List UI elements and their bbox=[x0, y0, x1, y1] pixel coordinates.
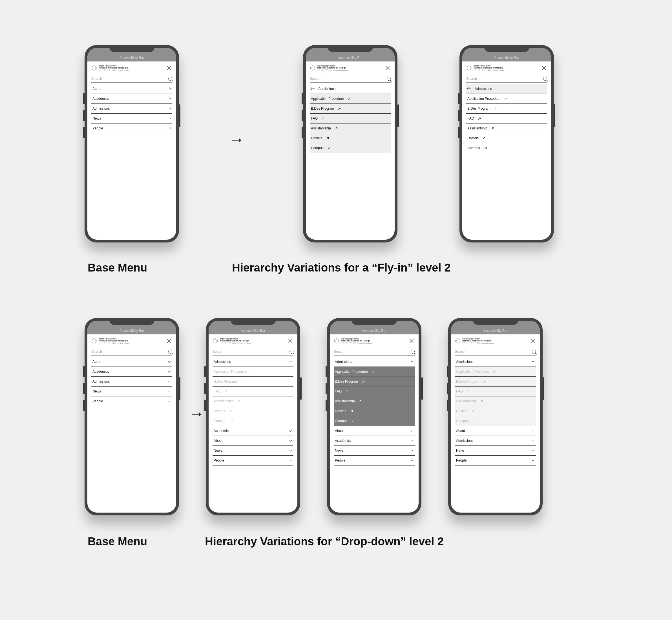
sub-item[interactable]: Hostels bbox=[213, 406, 293, 416]
sub-item[interactable]: Hostels bbox=[455, 406, 536, 416]
sub-item[interactable]: FAQ bbox=[213, 386, 293, 397]
sub-item[interactable]: FAQ bbox=[334, 386, 415, 397]
menu-item-people[interactable]: People bbox=[91, 397, 172, 406]
search-icon[interactable] bbox=[168, 77, 172, 81]
menu-item-people[interactable]: People bbox=[91, 123, 172, 134]
back-arrow-icon bbox=[467, 88, 472, 90]
menu-list: Admissions Application Procedure B.Des P… bbox=[334, 357, 415, 465]
menu-item-about[interactable]: About bbox=[91, 357, 172, 367]
menu-item-news[interactable]: News bbox=[91, 386, 172, 397]
search-input[interactable]: Search bbox=[455, 348, 536, 356]
menu-item[interactable]: About bbox=[455, 426, 536, 436]
sub-item[interactable]: FAQ bbox=[455, 386, 536, 397]
logo-text: राष्ट्रीय डिज़ाइन संस्थानNational Instit… bbox=[473, 65, 505, 71]
chevron-down-icon bbox=[168, 360, 171, 363]
search-input[interactable]: Search bbox=[466, 75, 547, 83]
sub-item[interactable]: Application Procedure bbox=[334, 367, 415, 377]
menu-item[interactable]: News bbox=[334, 446, 415, 456]
search-icon[interactable] bbox=[387, 77, 391, 81]
flow-arrow-icon: → bbox=[188, 404, 205, 423]
external-link-icon bbox=[478, 117, 481, 120]
sub-item[interactable]: Campus bbox=[466, 143, 547, 153]
logo: राष्ट्रीय डिज़ाइन संस्थान National Insti… bbox=[91, 65, 130, 71]
menu-list: Admissions Application Procedure B.Des P… bbox=[466, 84, 547, 153]
close-icon[interactable] bbox=[166, 338, 172, 344]
menu-item-expanded[interactable]: Admissions bbox=[455, 357, 536, 367]
sub-item[interactable]: B.Des Program bbox=[334, 377, 415, 386]
menu-item-academics[interactable]: Academics bbox=[91, 94, 172, 104]
search-icon[interactable] bbox=[543, 77, 547, 81]
search-input[interactable]: Search bbox=[310, 75, 391, 83]
sub-item[interactable]: Campus bbox=[455, 416, 536, 426]
close-icon[interactable] bbox=[529, 338, 536, 344]
search-icon[interactable] bbox=[168, 350, 172, 354]
chevron-down-icon bbox=[532, 429, 535, 432]
search-icon[interactable] bbox=[411, 350, 415, 354]
menu-item[interactable]: People bbox=[455, 456, 536, 465]
sub-item[interactable]: FAQ bbox=[466, 114, 547, 123]
close-icon[interactable] bbox=[541, 65, 547, 71]
search-input[interactable]: Search bbox=[334, 348, 415, 356]
sub-item[interactable]: Application Procedure bbox=[466, 94, 547, 104]
flyin-back-row[interactable]: Admissions bbox=[310, 84, 391, 94]
sub-item[interactable]: Assistantship bbox=[213, 397, 293, 406]
phone-base-flyin: Accessibility Bar राष्ट्रीय डिज़ाइन संस्… bbox=[85, 45, 179, 243]
caption-dropdown: Hierarchy Variations for “Drop-down” lev… bbox=[205, 535, 444, 548]
external-link-icon bbox=[471, 410, 474, 413]
sub-item[interactable]: B.Des Program bbox=[310, 104, 391, 114]
external-link-icon bbox=[362, 381, 365, 383]
close-icon[interactable] bbox=[385, 65, 391, 71]
sub-item[interactable]: Hostels bbox=[334, 406, 415, 416]
sub-item[interactable]: Assistantship bbox=[334, 397, 415, 406]
menu-item[interactable]: Academics bbox=[213, 426, 293, 436]
menu-item[interactable]: About bbox=[213, 436, 293, 446]
phone-screen: Accessibility Bar राष्ट्रीय डिज़ाइन संस्… bbox=[462, 48, 551, 240]
external-link-icon bbox=[328, 147, 330, 150]
sub-item[interactable]: Application Procedure bbox=[310, 94, 391, 104]
close-icon[interactable] bbox=[166, 65, 172, 71]
menu-list: About Academics Admissions News People bbox=[91, 357, 172, 406]
menu-item[interactable]: Admissions bbox=[455, 436, 536, 446]
sub-item[interactable]: Assistantship bbox=[466, 123, 547, 134]
logo-icon bbox=[213, 338, 218, 344]
sub-item[interactable]: Assistantship bbox=[310, 123, 391, 134]
menu-item-about[interactable]: About bbox=[91, 84, 172, 94]
menu-item[interactable]: People bbox=[213, 456, 293, 465]
search-input[interactable]: Search bbox=[213, 348, 293, 356]
sub-item[interactable]: Application Procedure bbox=[213, 367, 293, 377]
menu-item[interactable]: People bbox=[334, 456, 415, 465]
phone-screen: Accessibility Bar राष्ट्रीय डिज़ाइन संस्… bbox=[451, 321, 540, 513]
sub-item[interactable]: Assistantship bbox=[455, 397, 536, 406]
search-icon[interactable] bbox=[289, 350, 293, 354]
sub-item[interactable]: B.Des Program bbox=[466, 104, 547, 114]
sub-item[interactable]: Application Procedure bbox=[455, 367, 536, 377]
phone-screen: Accessibility Bar राष्ट्रीय डिज़ाइन संस्… bbox=[209, 321, 297, 513]
search-icon[interactable] bbox=[532, 350, 536, 354]
search-input[interactable]: Search bbox=[91, 348, 172, 356]
menu-item[interactable]: News bbox=[455, 446, 536, 456]
chevron-right-icon bbox=[168, 117, 171, 120]
menu-item-academics[interactable]: Academics bbox=[91, 367, 172, 377]
sub-item[interactable]: Hostels bbox=[310, 134, 391, 143]
menu-item[interactable]: News bbox=[213, 446, 293, 456]
menu-item-admissions[interactable]: Admissions bbox=[91, 377, 172, 386]
close-icon[interactable] bbox=[287, 338, 293, 344]
sub-item[interactable]: Campus bbox=[310, 143, 391, 153]
search-input[interactable]: Search bbox=[91, 75, 172, 83]
menu-item-news[interactable]: News bbox=[91, 114, 172, 123]
chevron-down-icon bbox=[168, 390, 171, 393]
menu-item[interactable]: About bbox=[334, 426, 415, 436]
flyin-back-row[interactable]: Admissions bbox=[466, 84, 547, 94]
phone-base-dropdown: Accessibility Bar राष्ट्रीय डिज़ाइन संस्… bbox=[85, 318, 179, 515]
close-icon[interactable] bbox=[408, 338, 415, 344]
sub-item[interactable]: Campus bbox=[334, 416, 415, 426]
menu-item-expanded[interactable]: Admissions bbox=[213, 357, 293, 367]
sub-item[interactable]: B.Des Program bbox=[455, 377, 536, 386]
sub-item[interactable]: B.Des Program bbox=[213, 377, 293, 386]
sub-item[interactable]: Campus bbox=[213, 416, 293, 426]
menu-item-expanded[interactable]: Admissions bbox=[334, 357, 415, 367]
sub-item[interactable]: FAQ bbox=[310, 114, 391, 123]
menu-item-admissions[interactable]: Admissions bbox=[91, 104, 172, 114]
sub-item[interactable]: Hostels bbox=[466, 134, 547, 143]
menu-item[interactable]: Academics bbox=[334, 436, 415, 446]
